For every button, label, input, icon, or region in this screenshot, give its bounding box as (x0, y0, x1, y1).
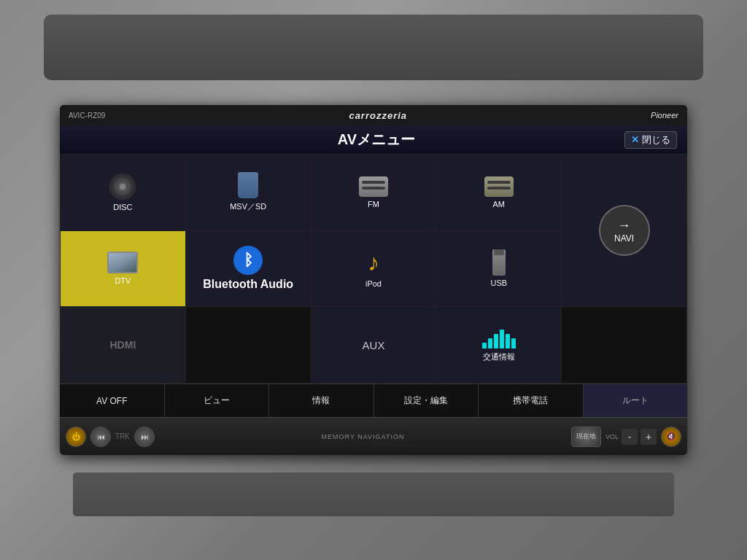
hardware-bar: ⏻ ⏮ TRK ⏭ MEMORY NAVIGATION 現在地 VOL - + … (60, 417, 687, 455)
usb-label: USB (490, 279, 507, 287)
vol-plus-button[interactable]: + (640, 429, 657, 445)
navi-arrow-icon: → (618, 218, 631, 233)
disc-label: DISC (113, 203, 132, 211)
route-label: ルート (622, 394, 649, 407)
aux-label: AUX (363, 339, 385, 351)
location-label: 現在地 (576, 432, 596, 441)
mute-button[interactable]: 🔇 (661, 427, 681, 447)
tv-icon (107, 252, 138, 273)
signal-icon (482, 328, 516, 349)
route-button[interactable]: ルート (584, 384, 688, 417)
grid-item-empty (186, 307, 311, 383)
hdmi-label: HDMI (110, 339, 136, 351)
grid-item-ipod[interactable]: ♪ iPod (311, 231, 436, 307)
msv-sd-label: MSV／SD (230, 201, 266, 212)
location-button[interactable]: 現在地 (571, 427, 601, 447)
grid-item-fm[interactable]: FM (311, 155, 436, 230)
sd-icon (238, 172, 258, 198)
bluetooth-audio-row: ᛒ (233, 246, 263, 275)
am-radio-icon (484, 176, 514, 197)
screen: AVメニュー ✕ 閉じる DISC MSV／SD (60, 125, 687, 417)
usb-icon (492, 249, 506, 276)
traffic-label: 交通情報 (483, 351, 515, 362)
grid-item-dtv[interactable]: DTV (61, 231, 185, 307)
phone-button[interactable]: 携帯電話 (479, 384, 584, 417)
grid-item-aux[interactable]: AUX (311, 307, 436, 383)
grid-item-empty2 (562, 307, 686, 383)
ipod-label: iPod (365, 279, 382, 288)
info-button[interactable]: 情報 (269, 384, 374, 417)
view-button[interactable]: ビュー (165, 384, 270, 417)
screen-title: AVメニュー (128, 130, 624, 149)
disc-icon (109, 174, 136, 200)
brand-label: carrozzeria (349, 110, 407, 121)
close-button[interactable]: ✕ 閉じる (624, 131, 677, 149)
grid-item-am[interactable]: AM (436, 155, 561, 230)
av-off-button[interactable]: AV OFF (60, 384, 165, 417)
close-icon: ✕ (631, 134, 639, 145)
top-bar: AVIC-RZ09 carrozzeria Pioneer (60, 105, 687, 125)
memory-nav-label: MEMORY NAVIGATION (296, 433, 429, 440)
av-menu-grid: DISC MSV／SD FM AM → N (60, 154, 687, 384)
volume-control: VOL - + (605, 429, 657, 445)
car-surround: AVIC-RZ09 carrozzeria Pioneer AVメニュー ✕ 閉… (0, 0, 747, 560)
am-label: AM (493, 200, 506, 209)
info-label: 情報 (312, 394, 330, 407)
grid-item-bluetooth[interactable]: ᛒ Bluetooth Audio (186, 231, 311, 307)
screen-header: AVメニュー ✕ 閉じる (60, 125, 687, 154)
vol-minus-button[interactable]: - (622, 429, 638, 445)
bluetooth-label: Bluetooth Audio (203, 278, 293, 291)
grid-item-hdmi[interactable]: HDMI (61, 307, 185, 383)
settings-button[interactable]: 設定・編集 (374, 384, 479, 417)
view-label: ビュー (204, 394, 230, 407)
pioneer-label: Pioneer (651, 111, 678, 120)
bluetooth-icon: ᛒ (233, 246, 263, 275)
head-unit: AVIC-RZ09 carrozzeria Pioneer AVメニュー ✕ 閉… (60, 105, 687, 455)
vol-text: VOL (605, 433, 619, 440)
vol-minus-icon: - (628, 431, 632, 443)
close-label: 閉じる (642, 133, 670, 147)
grid-item-msv-sd[interactable]: MSV／SD (186, 155, 311, 230)
grid-item-traffic[interactable]: 交通情報 (436, 307, 561, 383)
dtv-label: DTV (115, 276, 131, 285)
settings-label: 設定・編集 (404, 394, 448, 407)
power-button[interactable]: ⏻ (66, 427, 86, 447)
grid-item-navi[interactable]: → NAVI (562, 155, 686, 306)
navi-label: NAVI (614, 233, 634, 244)
phone-label: 携帯電話 (513, 394, 548, 407)
navi-circle: → NAVI (599, 205, 650, 256)
bottom-bar: AV OFF ビュー 情報 設定・編集 携帯電話 ルート (60, 384, 687, 417)
fm-radio-icon (359, 176, 388, 197)
trk-label: TRK (115, 432, 130, 440)
vol-plus-icon: + (646, 431, 651, 443)
grid-item-usb[interactable]: USB (436, 231, 561, 307)
next-button[interactable]: ⏭ (134, 427, 155, 447)
grid-item-disc[interactable]: DISC (61, 155, 185, 230)
note-icon: ♪ (368, 249, 379, 276)
prev-button[interactable]: ⏮ (90, 427, 111, 447)
model-label: AVIC-RZ09 (69, 112, 105, 120)
av-off-label: AV OFF (96, 396, 127, 406)
fm-label: FM (368, 200, 379, 209)
